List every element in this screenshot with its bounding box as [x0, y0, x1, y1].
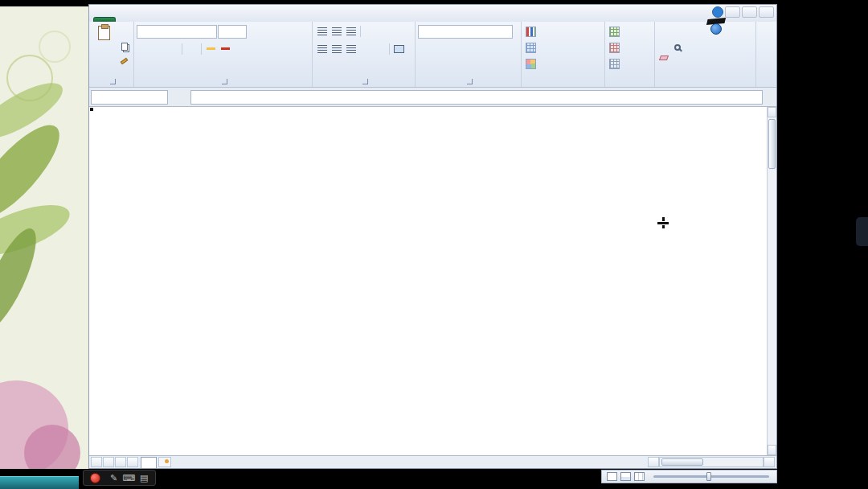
dialog-launcher-icon[interactable]: [110, 79, 116, 84]
align-top-button[interactable]: [315, 25, 329, 39]
insert-cells-icon: [609, 27, 620, 37]
ribbon-group-font: [134, 22, 313, 87]
delete-cells-button[interactable]: [608, 39, 652, 55]
formula-bar-expand-icon[interactable]: [764, 90, 775, 105]
vertical-scrollbar[interactable]: [767, 107, 776, 455]
autosum-button[interactable]: [657, 23, 671, 37]
font-name-combo[interactable]: [137, 25, 217, 39]
paste-button[interactable]: [92, 23, 116, 76]
currency-format-button[interactable]: [418, 43, 432, 56]
ribbon-group-alignment: [313, 22, 416, 87]
font-color-button[interactable]: [219, 43, 232, 56]
bold-button[interactable]: [137, 43, 150, 56]
cell-styles-button[interactable]: [524, 55, 602, 72]
copy-button[interactable]: [117, 39, 131, 53]
align-left-button[interactable]: [315, 43, 329, 56]
font-color-swatch: [221, 47, 230, 50]
format-cells-button[interactable]: [608, 55, 652, 72]
orientation-button[interactable]: [363, 25, 377, 39]
next-sheet-icon[interactable]: [115, 457, 126, 467]
comma-format-button[interactable]: [447, 43, 461, 56]
panel-collapse-arrow[interactable]: [856, 217, 868, 246]
insert-worksheet-tab[interactable]: [158, 457, 171, 467]
delete-cells-icon: [609, 43, 620, 53]
scroll-left-icon[interactable]: [648, 457, 659, 467]
percent-format-button[interactable]: [432, 43, 446, 56]
first-sheet-icon[interactable]: [91, 457, 102, 467]
zoom-thumb[interactable]: [706, 472, 711, 481]
fill-color-button[interactable]: [204, 43, 218, 56]
ime-toolbar: ✎ ⌨ ▤: [83, 470, 156, 486]
decrease-decimal-button[interactable]: [476, 43, 489, 56]
clear-button[interactable]: [657, 51, 671, 64]
merge-center-button[interactable]: [392, 43, 406, 56]
ribbon-group-clipboard: [89, 22, 134, 87]
selection-box[interactable]: [89, 107, 92, 110]
prev-sheet-icon[interactable]: [103, 457, 114, 467]
zoom-slider[interactable]: [651, 475, 772, 478]
cut-button[interactable]: [117, 25, 131, 39]
phonetic-guide-button[interactable]: [233, 43, 247, 56]
channel-watermark: [706, 16, 730, 37]
copy-icon: [121, 43, 128, 51]
format-painter-button[interactable]: [117, 54, 131, 68]
format-cells-icon: [609, 59, 620, 69]
graduate-icon: [706, 16, 727, 37]
sheet-tab[interactable]: [141, 457, 157, 468]
ime-menu-icon[interactable]: ▤: [140, 473, 148, 483]
magnifier-icon: [674, 44, 681, 51]
page-break-view-icon[interactable]: [634, 472, 645, 481]
name-box[interactable]: [91, 90, 168, 105]
insert-cells-button[interactable]: [608, 23, 652, 39]
decrease-font-icon[interactable]: [262, 25, 276, 39]
dialog-launcher-icon[interactable]: [222, 79, 227, 84]
keyboard-icon[interactable]: ⌨: [122, 473, 135, 483]
align-right-button[interactable]: [344, 43, 358, 56]
dialog-launcher-icon[interactable]: [362, 79, 368, 84]
increase-decimal-button[interactable]: [461, 43, 475, 56]
ribbon-group-number: [416, 22, 522, 87]
scroll-down-icon[interactable]: [768, 445, 776, 455]
fill-button[interactable]: [657, 37, 671, 51]
decrease-indent-button[interactable]: [358, 43, 372, 56]
format-painter-icon: [121, 57, 129, 64]
dialog-launcher-icon[interactable]: [467, 79, 473, 84]
scroll-right-icon[interactable]: [764, 457, 775, 467]
conditional-formatting-button[interactable]: [524, 23, 602, 39]
fill-color-swatch: [207, 47, 215, 50]
sort-filter-button[interactable]: [673, 23, 687, 39]
ribbon-group-cells: [605, 22, 655, 87]
restore-button[interactable]: [742, 6, 757, 18]
italic-button[interactable]: [151, 43, 165, 56]
ime-logo-icon[interactable]: [90, 473, 100, 483]
formula-bar: [89, 88, 776, 107]
increase-font-icon[interactable]: [248, 25, 261, 39]
pen-icon[interactable]: ✎: [110, 473, 117, 483]
align-middle-button[interactable]: [330, 25, 343, 39]
scroll-up-icon[interactable]: [768, 107, 776, 117]
conditional-formatting-icon: [526, 27, 536, 37]
close-button[interactable]: [759, 6, 774, 18]
ribbon-group-styles: [522, 22, 605, 87]
ribbon: [89, 22, 776, 88]
borders-button[interactable]: [185, 43, 199, 56]
find-select-button[interactable]: [673, 39, 687, 55]
paste-icon: [98, 26, 110, 40]
page-layout-view-icon[interactable]: [620, 472, 631, 481]
align-bottom-button[interactable]: [344, 25, 358, 39]
file-tab[interactable]: [93, 17, 116, 22]
last-sheet-icon[interactable]: [127, 457, 138, 467]
horizontal-scrollbar[interactable]: [648, 457, 775, 467]
formula-input[interactable]: [190, 90, 763, 105]
normal-view-icon[interactable]: [607, 472, 617, 481]
increase-indent-button[interactable]: [373, 43, 387, 56]
underline-button[interactable]: [166, 43, 179, 56]
font-size-combo[interactable]: [218, 25, 247, 39]
number-format-combo[interactable]: [418, 25, 513, 39]
align-center-button[interactable]: [330, 43, 343, 56]
vscroll-thumb[interactable]: [768, 119, 776, 169]
format-as-table-button[interactable]: [524, 39, 602, 55]
hscroll-thumb[interactable]: [661, 458, 703, 466]
decorative-background: [0, 6, 88, 469]
wrap-text-button[interactable]: [378, 25, 391, 39]
